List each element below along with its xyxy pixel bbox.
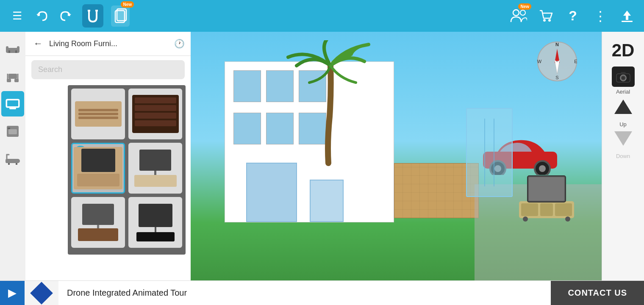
sidebar-item-bath[interactable]	[1, 146, 24, 172]
history-button[interactable]: 🕐	[174, 39, 185, 49]
redo-button[interactable]	[58, 8, 75, 25]
magnet-button[interactable]	[82, 4, 103, 28]
ad-text: Drone Integrated Animated Tour	[58, 288, 551, 298]
ad-bar: ▶ Drone Integrated Animated Tour CONTACT…	[0, 280, 644, 305]
sidebar-item-sofa[interactable]	[1, 36, 24, 61]
grid-item-6[interactable]	[128, 197, 182, 248]
grid-item-4[interactable]	[128, 143, 182, 194]
svg-rect-34	[16, 163, 17, 165]
top-bar: ☰ New New ? ⋮	[0, 0, 644, 32]
category-sidebar	[0, 32, 25, 305]
panel-title: Living Room Furni...	[49, 39, 170, 48]
grid-item-1[interactable]	[71, 89, 125, 139]
view-2d-button[interactable]: 2D	[612, 36, 635, 65]
aerial-button[interactable]: Aerial	[606, 65, 640, 97]
sidebar-item-tv[interactable]	[1, 91, 24, 116]
grid-item-5[interactable]	[71, 197, 125, 248]
svg-rect-22	[14, 79, 19, 82]
ad-play-button[interactable]: ▶	[0, 281, 25, 305]
camera-icon	[612, 67, 635, 87]
svg-rect-43	[555, 203, 572, 216]
svg-rect-5	[117, 9, 126, 21]
scene-tv-stand	[517, 172, 576, 224]
svg-rect-33	[8, 163, 10, 165]
svg-rect-21	[7, 79, 11, 82]
svg-rect-11	[626, 16, 628, 20]
grid-row-3	[71, 197, 182, 248]
svg-rect-28	[8, 128, 10, 129]
cart-button[interactable]	[537, 8, 554, 25]
svg-point-45	[565, 216, 570, 222]
svg-rect-42	[540, 203, 553, 216]
palm-tree	[284, 40, 377, 169]
grid-row-1	[71, 89, 182, 139]
grid-row-2: 🔍	[71, 143, 182, 194]
sidebar-item-kitchen[interactable]	[1, 119, 24, 144]
svg-marker-60	[614, 131, 632, 146]
svg-rect-27	[8, 129, 17, 134]
down-label: Down	[616, 153, 630, 159]
svg-rect-16	[8, 50, 10, 53]
svg-rect-18	[8, 74, 17, 79]
svg-rect-24	[7, 100, 18, 106]
aerial-label: Aerial	[616, 89, 630, 95]
svg-point-7	[520, 10, 525, 15]
svg-rect-17	[15, 50, 17, 53]
svg-point-8	[543, 19, 546, 22]
shower-cabin	[466, 108, 513, 197]
up-button[interactable]: Up	[606, 97, 640, 128]
more-button[interactable]: ⋮	[591, 8, 608, 25]
svg-rect-14	[6, 46, 8, 50]
3d-scene[interactable]: N S W E	[191, 32, 644, 305]
svg-text:S: S	[555, 75, 558, 80]
svg-point-6	[513, 10, 519, 16]
new-badge: New	[121, 1, 134, 8]
svg-text:W: W	[537, 59, 542, 64]
contact-us-button[interactable]: CONTACT US	[551, 281, 644, 305]
svg-point-39	[539, 165, 546, 172]
compass: N S W E	[536, 40, 578, 83]
item-panel: ← Living Room Furni... 🕐 Search	[25, 32, 191, 305]
svg-point-44	[523, 216, 528, 222]
search-input[interactable]: Search	[31, 60, 185, 79]
copy-button[interactable]	[111, 6, 130, 27]
up-label: Up	[619, 121, 627, 128]
menu-icon[interactable]: ☰	[8, 8, 25, 25]
users-button[interactable]	[510, 8, 527, 25]
svg-rect-47	[529, 177, 564, 201]
sidebar-item-dining[interactable]	[1, 64, 24, 89]
svg-rect-57	[621, 72, 626, 75]
svg-marker-59	[614, 100, 632, 114]
svg-point-9	[548, 19, 551, 22]
svg-text:N: N	[555, 42, 559, 47]
undo-button[interactable]	[33, 8, 50, 25]
right-controls: 2D Aerial Up Down	[602, 32, 644, 305]
svg-rect-12	[622, 21, 633, 22]
svg-rect-15	[17, 46, 19, 50]
furniture-grid: 🔍	[68, 85, 186, 255]
ad-brand-logo	[25, 281, 58, 305]
top-bar-right: New ? ⋮	[510, 8, 636, 25]
users-new-badge: New	[518, 3, 531, 10]
down-button[interactable]: Down	[606, 128, 640, 160]
users-button-wrap: New	[510, 8, 527, 25]
svg-point-58	[622, 76, 625, 80]
svg-rect-41	[521, 203, 538, 216]
svg-text:E: E	[574, 59, 577, 64]
chevron-up-icon	[613, 98, 634, 119]
panel-header: ← Living Room Furni... 🕐	[25, 32, 191, 56]
svg-marker-10	[623, 11, 631, 16]
help-button[interactable]: ?	[564, 8, 581, 25]
chevron-down-icon	[613, 130, 634, 151]
grid-item-3[interactable]: 🔍	[71, 143, 125, 194]
back-button[interactable]: ←	[31, 37, 45, 50]
copy-button-wrap: New	[111, 6, 130, 27]
svg-rect-25	[9, 108, 16, 109]
grid-item-2[interactable]	[128, 89, 182, 139]
upload-button[interactable]	[619, 8, 636, 25]
